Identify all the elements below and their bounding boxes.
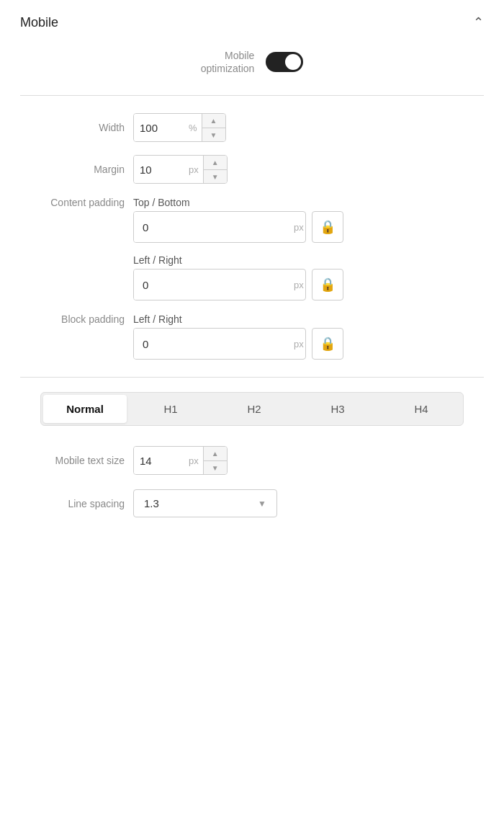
text-style-tab-bar: Normal H1 H2 H3 H4 [40,392,464,426]
content-padding-leftright-unit: px [288,280,306,290]
mobile-text-size-increment[interactable]: ▲ [204,446,227,461]
margin-input[interactable] [134,155,184,184]
content-padding-leftright-input[interactable] [134,269,288,300]
width-stepper-buttons: ▲ ▼ [202,113,225,142]
chevron-down-icon: ▼ [258,499,266,509]
content-padding-leftright: Left / Right px ▲ ▼ 🔒 [133,254,343,300]
width-unit: % [184,122,202,133]
content-padding-topbottom-label: Top / Bottom [133,197,343,208]
margin-label: Margin [20,164,125,175]
tab-bar-wrapper: Normal H1 H2 H3 H4 [0,378,504,432]
content-padding-topbottom-unit: px [288,222,306,233]
content-padding-topbottom-input[interactable] [134,211,288,243]
margin-decrement-button[interactable]: ▼ [204,170,227,184]
mobile-optimization-row: Mobile optimization [0,42,504,95]
content-padding-leftright-label: Left / Right [133,254,343,266]
margin-unit: px [184,164,203,175]
line-spacing-value: 1.3 [144,497,159,509]
content-padding-topbottom-stepper: px ▲ ▼ [133,211,306,243]
content-padding-topbottom-row: px ▲ ▼ 🔒 [133,211,343,243]
content-padding-fields: Top / Bottom px ▲ ▼ 🔒 [133,197,343,300]
mobile-text-size-label: Mobile text size [20,455,125,466]
content-padding-leftright-lock[interactable]: 🔒 [312,269,343,300]
margin-stepper-buttons: ▲ ▼ [203,155,227,184]
width-label: Width [20,122,125,133]
block-padding-leftright-label: Left / Right [133,313,343,325]
block-padding-leftright-stepper: px ▲ ▼ [133,328,306,360]
width-decrement-button[interactable]: ▼ [202,128,225,143]
margin-increment-button[interactable]: ▲ [204,155,227,170]
block-padding-label: Block padding [20,313,125,325]
tab-h2[interactable]: H2 [212,393,296,425]
width-input[interactable] [134,113,184,142]
block-padding-group: Block padding Left / Right px ▲ ▼ [20,313,484,360]
content-padding-topbottom-lock[interactable]: 🔒 [312,211,343,243]
mobile-text-size-decrement[interactable]: ▼ [204,461,227,476]
mobile-text-size-stepper: px ▲ ▼ [133,446,228,475]
tab-h1[interactable]: H1 [129,393,212,425]
mobile-optimization-label: Mobile optimization [201,49,255,75]
tab-h3[interactable]: H3 [296,393,379,425]
tab-normal[interactable]: Normal [43,395,127,423]
content-padding-label: Content padding [20,197,125,208]
text-settings-section: Mobile text size px ▲ ▼ Line spacing 1.3… [0,432,504,532]
dimensions-section: Width % ▲ ▼ Margin px ▲ ▼ [0,96,504,377]
panel-header: Mobile ⌃ [0,0,504,42]
margin-input-stepper: px ▲ ▼ [133,155,228,184]
block-padding-leftright: Left / Right px ▲ ▼ 🔒 [133,313,343,360]
block-padding-leftright-row: px ▲ ▼ 🔒 [133,328,343,360]
content-padding-group: Content padding Top / Bottom px ▲ ▼ [20,197,484,300]
line-spacing-label: Line spacing [20,498,125,509]
width-input-stepper: % ▲ ▼ [133,113,226,142]
mobile-optimization-toggle[interactable] [266,52,303,72]
mobile-text-size-unit: px [184,455,203,466]
mobile-text-size-row: Mobile text size px ▲ ▼ [20,446,484,475]
width-row: Width % ▲ ▼ [20,113,484,142]
line-spacing-row: Line spacing 1.3 ▼ [20,489,484,517]
content-padding-leftright-stepper: px ▲ ▼ [133,269,306,300]
margin-row: Margin px ▲ ▼ [20,155,484,184]
mobile-panel: Mobile ⌃ Mobile optimization Width % ▲ ▼ [0,0,504,532]
block-padding-leftright-input[interactable] [134,328,288,360]
panel-title: Mobile [20,15,58,30]
collapse-icon[interactable]: ⌃ [473,14,484,30]
width-increment-button[interactable]: ▲ [202,113,225,128]
block-padding-leftright-lock[interactable]: 🔒 [312,328,343,360]
tab-h4[interactable]: H4 [379,393,463,425]
mobile-text-size-input[interactable] [134,446,184,475]
block-padding-leftright-unit: px [288,339,306,349]
content-padding-leftright-row: px ▲ ▼ 🔒 [133,269,343,300]
block-padding-fields: Left / Right px ▲ ▼ 🔒 [133,313,343,360]
content-padding-topbottom: Top / Bottom px ▲ ▼ 🔒 [133,197,343,243]
line-spacing-dropdown[interactable]: 1.3 ▼ [133,489,277,517]
mobile-text-size-stepper-buttons: ▲ ▼ [203,446,227,475]
